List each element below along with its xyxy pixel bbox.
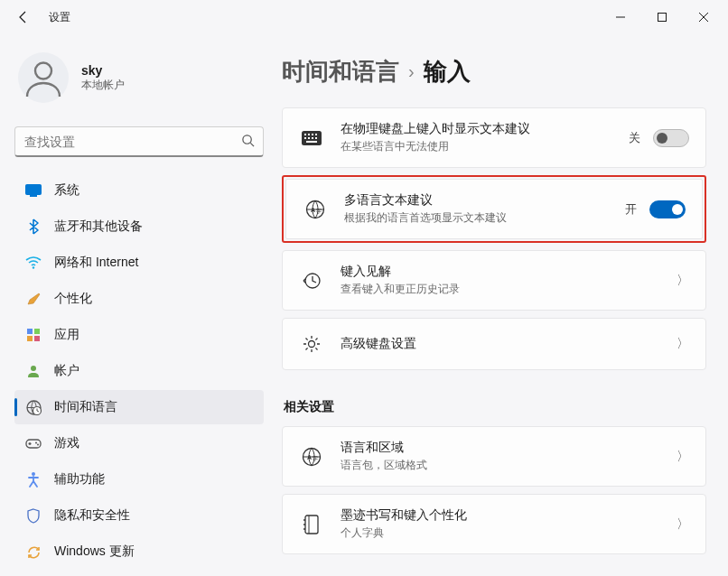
user-block[interactable]: sky 本地帐户 bbox=[14, 45, 264, 117]
highlight-annotation: A字 多语言文本建议 根据我的语言首选项显示文本建议 开 bbox=[282, 175, 706, 243]
sidebar-item-update[interactable]: Windows 更新 bbox=[14, 534, 264, 569]
keyboard-icon bbox=[299, 125, 324, 151]
history-icon bbox=[299, 268, 324, 293]
setting-sub: 语言包，区域格式 bbox=[341, 458, 660, 473]
toggle-state-label: 关 bbox=[629, 130, 640, 146]
section-header-related: 相关设置 bbox=[284, 399, 706, 415]
svg-rect-27 bbox=[308, 137, 310, 139]
svg-rect-30 bbox=[306, 141, 317, 143]
maximize-button[interactable] bbox=[641, 3, 683, 32]
sidebar-item-time-language[interactable]: 时间和语言 bbox=[14, 390, 264, 424]
apps-icon bbox=[25, 327, 42, 343]
page-title: 输入 bbox=[424, 56, 471, 88]
svg-rect-1 bbox=[658, 14, 667, 22]
sidebar-item-label: Windows 更新 bbox=[54, 543, 135, 560]
svg-point-14 bbox=[31, 366, 36, 371]
sidebar-item-apps[interactable]: 应用 bbox=[14, 318, 264, 352]
sidebar-item-bluetooth[interactable]: 蓝牙和其他设备 bbox=[14, 209, 264, 244]
svg-point-19 bbox=[37, 444, 39, 446]
user-name: sky bbox=[81, 63, 125, 78]
sidebar-item-label: 应用 bbox=[54, 327, 79, 343]
svg-rect-25 bbox=[315, 134, 317, 135]
titlebar: 设置 bbox=[0, 0, 728, 34]
svg-text:字: 字 bbox=[313, 455, 318, 461]
svg-point-35 bbox=[309, 341, 315, 348]
window-title: 设置 bbox=[49, 10, 70, 25]
toggle-state-label: 开 bbox=[625, 201, 637, 218]
search-input[interactable] bbox=[14, 126, 264, 157]
setting-advanced-keyboard[interactable]: 高级键盘设置 〉 bbox=[282, 318, 706, 370]
person-icon bbox=[25, 363, 42, 379]
update-icon bbox=[25, 543, 42, 560]
chevron-right-icon: › bbox=[408, 61, 415, 82]
sidebar-item-label: 隐私和安全性 bbox=[54, 507, 130, 524]
svg-point-9 bbox=[33, 266, 34, 268]
setting-sub: 在某些语言中无法使用 bbox=[341, 139, 612, 154]
sidebar-item-label: 系统 bbox=[54, 182, 79, 199]
sidebar-item-label: 蓝牙和其他设备 bbox=[54, 218, 143, 235]
minimize-button[interactable] bbox=[600, 3, 641, 32]
setting-sub: 个人字典 bbox=[341, 525, 660, 541]
window-controls bbox=[600, 3, 724, 32]
related-ink-typing-personalization[interactable]: 墨迹书写和键入个性化 个人字典 〉 bbox=[282, 494, 706, 554]
sidebar-item-label: 帐户 bbox=[54, 363, 79, 379]
back-button[interactable] bbox=[13, 6, 34, 28]
setting-sub: 查看键入和更正历史记录 bbox=[341, 282, 660, 297]
sidebar-item-system[interactable]: 系统 bbox=[14, 173, 264, 208]
gear-icon bbox=[299, 331, 324, 357]
chevron-right-icon: 〉 bbox=[677, 516, 689, 533]
search-icon bbox=[241, 134, 255, 150]
svg-point-4 bbox=[35, 63, 51, 79]
svg-rect-12 bbox=[27, 336, 33, 341]
search-wrap bbox=[14, 126, 264, 157]
sidebar-item-accessibility[interactable]: 辅助功能 bbox=[14, 462, 264, 497]
svg-rect-24 bbox=[312, 134, 313, 135]
svg-rect-17 bbox=[26, 440, 41, 448]
breadcrumb: 时间和语言 › 输入 bbox=[282, 43, 706, 88]
settings-window: 设置 sky 本地帐户 bbox=[0, 0, 728, 576]
chevron-right-icon: 〉 bbox=[677, 273, 689, 289]
sidebar: sky 本地帐户 系统 蓝牙和其他设备 bbox=[0, 34, 275, 576]
wifi-icon bbox=[25, 255, 42, 271]
toggle-physical-keyboard[interactable] bbox=[653, 129, 689, 147]
svg-rect-10 bbox=[27, 329, 33, 334]
toggle-multilingual[interactable] bbox=[649, 200, 686, 218]
setting-title: 键入见解 bbox=[341, 264, 660, 280]
svg-point-18 bbox=[35, 442, 37, 444]
sidebar-item-label: 辅助功能 bbox=[54, 471, 105, 488]
sidebar-item-label: 时间和语言 bbox=[54, 399, 117, 415]
chevron-right-icon: 〉 bbox=[677, 449, 689, 465]
nav-list: 系统 蓝牙和其他设备 网络和 Internet 个性化 应用 bbox=[14, 173, 264, 569]
setting-physical-keyboard-suggestions[interactable]: 在物理键盘上键入时显示文本建议 在某些语言中无法使用 关 bbox=[282, 107, 706, 168]
svg-rect-26 bbox=[304, 137, 306, 139]
svg-rect-39 bbox=[305, 516, 318, 534]
sidebar-item-gaming[interactable]: 游戏 bbox=[14, 426, 264, 460]
avatar bbox=[18, 52, 69, 103]
svg-point-20 bbox=[32, 472, 35, 476]
breadcrumb-parent[interactable]: 时间和语言 bbox=[282, 56, 399, 88]
svg-rect-22 bbox=[304, 134, 306, 135]
sidebar-item-privacy[interactable]: 隐私和安全性 bbox=[14, 498, 264, 533]
svg-rect-28 bbox=[312, 137, 313, 139]
language-globe-icon: A字 bbox=[299, 444, 324, 469]
close-button[interactable] bbox=[683, 3, 724, 32]
setting-title: 多语言文本建议 bbox=[344, 192, 609, 209]
sidebar-item-personalization[interactable]: 个性化 bbox=[14, 282, 264, 316]
setting-title: 高级键盘设置 bbox=[341, 336, 660, 352]
setting-multilingual-suggestions[interactable]: A字 多语言文本建议 根据我的语言首选项显示文本建议 开 bbox=[285, 179, 703, 239]
setting-title: 在物理键盘上键入时显示文本建议 bbox=[341, 121, 612, 137]
sidebar-item-label: 个性化 bbox=[54, 291, 92, 307]
setting-typing-insights[interactable]: 键入见解 查看键入和更正历史记录 〉 bbox=[282, 250, 706, 311]
svg-line-6 bbox=[250, 143, 254, 146]
setting-title: 墨迹书写和键入个性化 bbox=[341, 507, 660, 524]
bluetooth-icon bbox=[25, 218, 42, 235]
monitor-icon bbox=[25, 182, 42, 199]
sidebar-item-label: 网络和 Internet bbox=[54, 255, 138, 271]
sidebar-item-label: 游戏 bbox=[54, 435, 79, 451]
sidebar-item-network[interactable]: 网络和 Internet bbox=[14, 246, 264, 280]
language-globe-icon: A字 bbox=[303, 197, 328, 222]
related-language-region[interactable]: A字 语言和区域 语言包，区域格式 〉 bbox=[282, 426, 706, 487]
sidebar-item-accounts[interactable]: 帐户 bbox=[14, 354, 264, 388]
svg-text:A: A bbox=[307, 454, 312, 460]
svg-text:A: A bbox=[311, 207, 315, 213]
